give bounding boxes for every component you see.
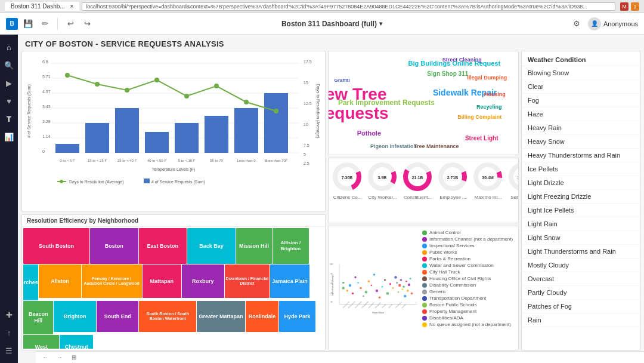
weather-item-10[interactable]: Light Ice Pellets <box>522 204 640 217</box>
svg-point-84 <box>360 287 362 290</box>
word-park[interactable]: Park Improvement Requests <box>338 99 435 107</box>
svg-text:17.5: 17.5 <box>304 60 312 64</box>
treemap-greater-mattapan[interactable]: Greater Mattapan <box>197 301 245 332</box>
donut-constituent[interactable]: 21.1B Constituent... <box>401 161 434 201</box>
weather-item-14[interactable]: Mostly Cloudy <box>522 259 640 272</box>
word-pigeon[interactable]: Pigeon Infestation <box>370 143 417 149</box>
weather-item-9[interactable]: Light Freezing Drizzle <box>522 190 640 204</box>
weather-item-2[interactable]: Fog <box>522 94 640 107</box>
weather-item-8[interactable]: Light Drizzle <box>522 176 640 190</box>
bar-3[interactable] <box>115 108 139 153</box>
treemap-allston[interactable]: Allston <box>39 264 81 298</box>
donut-selfservice[interactable]: 3.56B Self Service <box>507 161 519 201</box>
word-housing[interactable]: Housing <box>484 91 506 97</box>
sidebar-icon-chart[interactable]: 📊 <box>1 129 17 144</box>
treemap-back-bay[interactable]: Back Bay <box>187 228 236 264</box>
weather-item-0[interactable]: Blowing Snow <box>522 66 640 80</box>
sidebar-icon-search[interactable]: 🔍 <box>1 57 17 73</box>
weather-item-15[interactable]: Overcast <box>522 272 640 286</box>
treemap-south-end[interactable]: South End <box>97 301 139 332</box>
weather-item-5[interactable]: Heavy Snow <box>522 135 640 149</box>
treemap-jamaica-plain[interactable]: Jamaica Plain <box>270 264 309 298</box>
donut-citizens[interactable]: 7.36B Citizens Co... <box>331 161 364 201</box>
bar-1[interactable] <box>55 144 79 153</box>
treemap-roxbury[interactable]: Roxbury <box>182 264 224 298</box>
word-pothole[interactable]: Pothole <box>357 130 381 137</box>
treemap-hyde-park[interactable]: Hyde Park <box>279 301 315 332</box>
browser-url[interactable]: localhost:9300/bi/?perspective=dashboard… <box>82 2 615 11</box>
weather-item-4[interactable]: Heavy Rain <box>522 121 640 135</box>
treemap-roslindale[interactable]: Roslindale <box>246 301 278 332</box>
sidebar-icon-media[interactable]: ▶ <box>1 75 17 91</box>
donut-cityworker[interactable]: 3.9B City Worker... <box>366 161 399 201</box>
browser-tab[interactable]: Boston 311 Dashb... × <box>5 2 79 11</box>
weather-item-13[interactable]: Light Thunderstorms and Rain <box>522 245 640 259</box>
sidebar-icon-add[interactable]: ✚ <box>1 307 17 322</box>
treemap-brighton[interactable]: Brighton <box>54 301 96 332</box>
svg-text:Days to Resolution (Average): Days to Resolution (Average) <box>332 275 334 296</box>
treemap-south-boston[interactable]: South Boston <box>23 228 89 264</box>
dashboard-title: Boston 311 Dashboard (full) <box>281 20 377 28</box>
treemap-boston[interactable]: Boston <box>90 228 138 264</box>
treemap-fenway[interactable]: Fenway / Kenmore / Audubon Circle / Long… <box>82 264 142 298</box>
weather-item-17[interactable]: Patches of Fog <box>522 300 640 313</box>
sidebar-icon-home[interactable]: ⌂ <box>1 39 17 55</box>
weather-item-3[interactable]: Haze <box>522 107 640 121</box>
word-graffiti[interactable]: Graffiti <box>335 78 350 83</box>
weather-item-6[interactable]: Heavy Thunderstorms and Rain <box>522 149 640 162</box>
treemap-sb-waterfront[interactable]: South Boston / South Boston Waterfront <box>139 301 196 332</box>
treemap-beacon-hill[interactable]: Beacon Hill <box>23 301 53 334</box>
treemap-chestnut-hill[interactable]: Chestnut Hill <box>60 335 92 349</box>
treemap-dorchester[interactable]: Dorchester <box>23 264 38 300</box>
dropdown-icon[interactable]: ▾ <box>379 20 382 27</box>
settings-button[interactable]: ⚙ <box>570 17 583 30</box>
treemap-downtown[interactable]: Downtown / Financial District <box>225 264 270 298</box>
back-icon[interactable]: ← <box>41 353 50 362</box>
word-treemaint[interactable]: Tree Maintenance <box>414 143 459 149</box>
line-dot-4 <box>154 78 159 82</box>
word-signshop[interactable]: Sign Shop 311 <box>427 70 468 77</box>
weather-item-12[interactable]: Light Snow <box>522 231 640 245</box>
word-billing[interactable]: Billing Complaint <box>457 114 501 120</box>
sidebar-icon-heart[interactable]: ♥ <box>1 93 17 109</box>
bar-8[interactable] <box>264 93 288 153</box>
legend-public-works: Public Works <box>422 250 516 255</box>
forward-icon[interactable]: → <box>55 353 64 362</box>
weather-item-18[interactable]: Rain <box>522 313 640 327</box>
bar-4[interactable] <box>145 132 169 153</box>
word-streetcleaning[interactable]: Street Cleaning <box>442 57 482 63</box>
save-button[interactable]: 💾 <box>21 17 35 30</box>
treemap-mattapan[interactable]: Mattapan <box>143 264 182 298</box>
browser-icon-1: M <box>620 2 628 11</box>
svg-text:6.8: 6.8 <box>42 60 48 64</box>
undo-button[interactable]: ↩ <box>64 17 77 30</box>
svg-point-78 <box>342 287 345 290</box>
svg-text:1.14: 1.14 <box>42 134 51 139</box>
treemap-alliston-brighton[interactable]: Allision / Brighton <box>273 228 308 264</box>
sidebar-icon-text[interactable]: T <box>1 111 17 127</box>
word-streetlight[interactable]: Street Light <box>465 135 499 141</box>
bar-7[interactable] <box>234 108 258 153</box>
edit-button[interactable]: ✏ <box>38 17 51 30</box>
weather-item-1[interactable]: Clear <box>522 80 640 94</box>
sidebar-icon-menu[interactable]: ☰ <box>1 343 17 358</box>
line-dot-6 <box>214 84 219 88</box>
grid-icon[interactable]: ⊞ <box>69 353 79 362</box>
treemap-mission-hill[interactable]: Mission Hill <box>236 228 272 264</box>
weather-item-16[interactable]: Partly Cloudy <box>522 286 640 300</box>
redo-button[interactable]: ↪ <box>80 17 94 30</box>
weather-item-7[interactable]: Ice Pellets <box>522 162 640 176</box>
donut-label-selfservice: Self Service <box>510 195 519 201</box>
weather-item-11[interactable]: Light Rain <box>522 217 640 231</box>
bar-5[interactable] <box>175 123 199 153</box>
word-illegal-dumping[interactable]: Illegal Dumping <box>467 75 507 81</box>
bar-2[interactable] <box>85 123 109 153</box>
donut-maximo[interactable]: 36.4M Maximo Int... <box>472 161 504 201</box>
treemap-east-boston[interactable]: East Boston <box>139 228 187 264</box>
bar-6[interactable] <box>205 116 228 153</box>
treemap-west-roxbury[interactable]: West Roxbury <box>23 335 59 349</box>
donut-employee[interactable]: 2.71B Employee ... <box>436 161 469 201</box>
sidebar-icon-upload[interactable]: ↑ <box>1 325 17 340</box>
word-recycling[interactable]: Recycling <box>476 104 502 110</box>
tab-close[interactable]: × <box>70 3 73 10</box>
